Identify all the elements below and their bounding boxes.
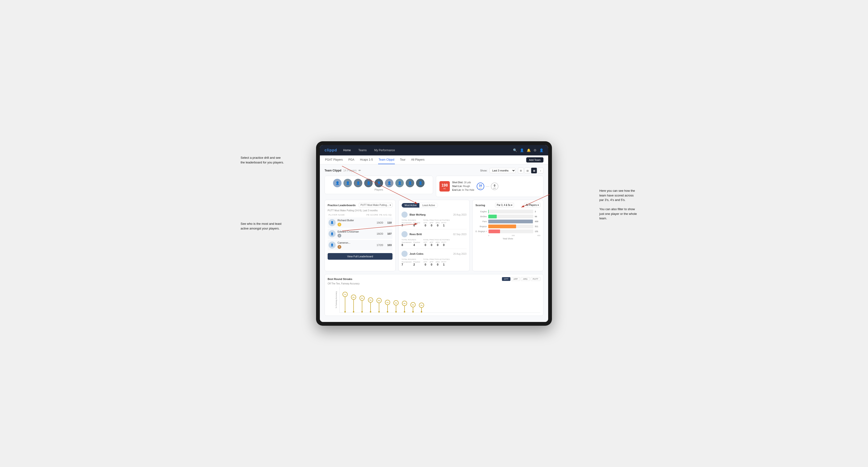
chart-val-birdies: 96 [535,215,540,218]
annotation-top-right: Here you can see how the team have score… [599,188,637,221]
leaderboard-row-1[interactable]: 👤 Richard Butler 1 19/20 110 [328,217,393,228]
lb-avatar-2: 👤 [329,230,336,237]
activity-card: Most Active Least Active Blair McHarg 26… [398,200,469,271]
player-avatar-3[interactable]: 👤 [354,179,362,187]
activity-stats-2: Total Rounds Tournament 8 Practice [401,239,466,247]
pin-dot-9 [412,311,414,312]
scoring-title: Scoring [475,204,485,207]
search-icon[interactable]: 🔍 [513,148,517,152]
chart-label-birdies: Birdies [475,215,487,218]
streak-pin-5x-1: 5x [368,298,373,312]
player-avatar-7[interactable]: 👤 [395,179,404,187]
chart-val-eagles: 3 [535,210,540,213]
pin-circle-2: 6x [351,294,356,300]
leaderboard-row-3[interactable]: 👤 Cameron... 3 17/20 103 [328,240,393,250]
chart-bar-pars [488,220,533,223]
activity-item-3: Josh Coles 26 Aug 2023 Total Rounds Tour… [401,249,466,268]
lb-avg-1: 110 [385,221,392,224]
best-round-streaks-card: Best Round Streaks OTT APP ARG PUTT Off … [324,274,544,316]
chevron-down-icon-scoring-2: ▾ [537,204,539,206]
scoring-filter-par[interactable]: Par 3, 4 & 5s ▾ [495,203,514,207]
toggle-most-active[interactable]: Most Active [402,203,420,208]
pin-dot-2 [353,311,354,312]
filter-app[interactable]: APP [512,277,520,281]
player-avatar-5[interactable]: 👤 [375,179,383,187]
shot-circle-2: 0 yds [491,183,498,190]
view-grid-icon[interactable]: ⊞ [518,168,524,173]
add-team-button[interactable]: Add Team [526,157,544,162]
filter-arg[interactable]: ARG [521,277,530,281]
pin-circle-6: 4x [385,300,390,305]
nav-teams[interactable]: Teams [357,148,368,153]
streaks-title: Best Round Streaks [328,278,352,280]
tablet-frame: clippd Home Teams My Performance 🔍 👤 🔔 ⚙… [316,141,552,326]
lb-badge-1: 1 [338,223,341,226]
player-avatar-2[interactable]: 👤 [343,179,352,187]
view-full-leaderboard-button[interactable]: View Full Leaderboard [328,253,393,260]
leaderboard-row-2[interactable]: 👤 Edward Crossman 2 18/20 107 [328,229,393,239]
streak-chart-area: % Fairway Accuracy 7x 6x [339,287,540,313]
toggle-least-active[interactable]: Least Active [420,203,438,208]
streak-pin-6x-1: 6x [351,294,356,312]
player-avatar-9[interactable]: 👤 [416,179,425,187]
edit-team-icon[interactable]: ✏ [359,169,361,172]
player-avatar-8[interactable]: 👤 [406,179,414,187]
player-avatar-6[interactable]: 👤 [385,179,394,187]
shot-distance-box: 198 SC [439,181,450,191]
players-label: Players [329,188,429,191]
pin-dot-10 [421,311,422,312]
lb-avg-2: 107 [385,232,392,235]
user-avatar-icon[interactable]: 👤 [539,148,544,152]
settings-icon[interactable]: ⚙ [533,148,536,152]
nav-home[interactable]: Home [342,148,352,153]
activity-item-1: Blair McHarg 26 Aug 2023 Total Rounds To… [401,210,466,229]
chart-bar-wrap-eagles [488,210,533,214]
player-avatar-4[interactable]: 👤 [364,179,373,187]
view-detail-icon[interactable]: ▦ [531,168,537,173]
filter-putt[interactable]: PUTT [531,277,540,281]
subnav-pga[interactable]: PGA [348,155,355,164]
people-icon[interactable]: 👤 [520,148,524,152]
activity-avatar-3 [401,251,408,257]
pin-line-6 [387,305,388,311]
subnav-hcaps[interactable]: Hcaps 1-5 [360,155,373,164]
subnav-pgat[interactable]: PGAT Players [324,155,343,164]
nav-my-performance[interactable]: My Performance [373,148,396,153]
scoring-chart: Eagles 3 Birdies [475,210,540,240]
pin-line-3 [362,301,362,311]
chart-bar-eagles [488,210,489,214]
leaderboard-subtitle: PUTT Must Make Putting (3-6 ft), Last 3 … [328,209,393,212]
subnav-team-clippd[interactable]: Team Clippd [378,155,395,164]
pin-line-8 [404,306,405,311]
pin-line-4 [370,303,371,311]
tablet-screen: clippd Home Teams My Performance 🔍 👤 🔔 ⚙… [320,145,548,322]
chart-label-eagles: Eagles [475,210,487,213]
pin-dot-5 [378,311,380,312]
annotation-top-left: Select a practice drill and see the lead… [241,155,284,165]
subnav-all-players[interactable]: All Players [411,155,425,164]
activity-avatar-1 [401,212,408,218]
streak-pin-3x-2: 3x [419,303,424,312]
streak-pin-6x-2: 6x [360,295,365,312]
chevron-down-icon: ▾ [390,204,391,206]
filter-ott[interactable]: OTT [502,277,510,281]
streak-pin-4x-1: 4x [385,300,390,312]
scoring-filter-players[interactable]: All Players ▾ [524,203,540,207]
chart-row-pars: Pars 499 [475,220,540,223]
player-avatar-1[interactable]: 👤 [333,179,342,187]
pin-circle-10: 3x [419,303,424,308]
leaderboard-filter[interactable]: PUTT Must Make Putting... ▾ [359,203,393,207]
bell-icon[interactable]: 🔔 [527,148,531,152]
streak-pin-3x-1: 3x [410,302,415,312]
show-select[interactable]: Last 3 months Last 6 months Last 12 mont… [490,168,516,173]
chart-bar-wrap-pars [488,220,533,223]
activity-header: Most Active Least Active [401,203,466,208]
lb-badge-2: 2 [338,234,341,238]
chart-label-dbogeys: D. Bogeys + [475,230,487,232]
lb-avg-3: 103 [385,244,392,247]
players-card: 👤 👤 👤 👤 👤 👤 👤 👤 👤 Players [324,176,433,194]
view-sort-icon[interactable]: ↕ [538,168,544,173]
pin-dot-1 [344,311,346,312]
view-list-icon[interactable]: ▤ [525,168,530,173]
subnav-tour[interactable]: Tour [400,155,406,164]
